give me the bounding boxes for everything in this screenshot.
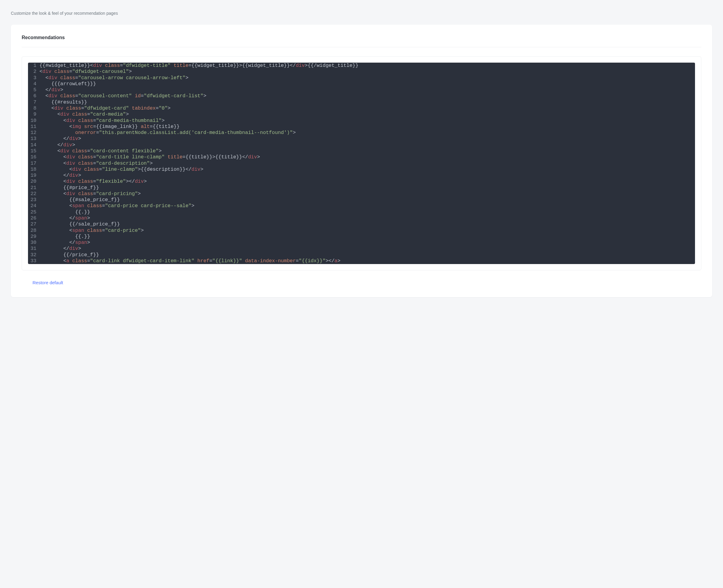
line-number: 26 [28, 215, 39, 221]
code-content[interactable]: <div class="carousel-content" id="dfwidg… [39, 93, 211, 99]
code-line[interactable]: 15 <div class="card-content flexible"> [28, 148, 695, 154]
line-number: 9 [28, 111, 39, 118]
code-line[interactable]: 26 </span> [28, 215, 695, 221]
line-number: 27 [28, 221, 39, 227]
page: Customize the look & feel of your recomm… [0, 0, 723, 314]
code-content[interactable]: {{.}} [39, 234, 94, 240]
line-number: 12 [28, 130, 39, 136]
code-line[interactable]: 14 </div> [28, 142, 695, 148]
code-content[interactable]: <div class="card-description"> [39, 161, 157, 167]
code-line[interactable]: 7 {{#results}} [28, 99, 695, 105]
code-content[interactable]: <div class="card-pricing"> [39, 191, 145, 197]
code-line[interactable]: 18 <div class="line-clamp">{{description… [28, 167, 695, 172]
line-number: 14 [28, 142, 39, 148]
code-line[interactable]: 23 {{#sale_price_f}} [28, 197, 695, 203]
code-content[interactable]: onerror="this.parentNode.classList.add('… [39, 130, 300, 136]
code-content[interactable]: <span class="card-price"> [39, 228, 148, 234]
code-content[interactable]: {{/sale_price_f}} [39, 221, 124, 227]
code-line[interactable]: 33 <a class="card-link dfwidget-card-ite… [28, 258, 695, 264]
code-line[interactable]: 11 <img src={{image_link}} alt={{title}} [28, 124, 695, 130]
code-line[interactable]: 5 </div> [28, 87, 695, 93]
code-content[interactable]: {{#widget_title}}<div class="dfwidget-ti… [39, 63, 363, 69]
code-content[interactable]: <div class="card-title line-clamp" title… [39, 154, 264, 160]
editor-wrap: 1{{#widget_title}}<div class="dfwidget-t… [22, 56, 701, 270]
code-line[interactable]: 27 {{/sale_price_f}} [28, 221, 695, 227]
code-line[interactable]: 32 {{/price_f}} [28, 252, 695, 258]
code-line[interactable]: 22 <div class="card-pricing"> [28, 191, 695, 197]
line-number: 25 [28, 209, 39, 215]
code-content[interactable]: <img src={{image_link}} alt={{title}} [39, 124, 184, 130]
code-content[interactable]: {{/price_f}} [39, 252, 103, 258]
code-content[interactable]: </div> [39, 136, 85, 142]
line-number: 23 [28, 197, 39, 203]
code-line[interactable]: 10 <div class="card-media-thumbnail"> [28, 118, 695, 124]
code-line[interactable]: 1{{#widget_title}}<div class="dfwidget-t… [28, 63, 695, 69]
code-line[interactable]: 8 <div class="dfwidget-card" tabindex="0… [28, 105, 695, 111]
code-content[interactable]: <span class="card-price card-price--sale… [39, 203, 199, 209]
code-line[interactable]: 30 </span> [28, 240, 695, 246]
code-content[interactable]: {{#price_f}} [39, 185, 103, 191]
code-line[interactable]: 28 <span class="card-price"> [28, 228, 695, 234]
code-line[interactable]: 13 </div> [28, 136, 695, 142]
line-number: 33 [28, 258, 39, 264]
page-subtitle: Customize the look & feel of your recomm… [11, 11, 712, 16]
card-title: Recommendations [22, 35, 701, 47]
line-number: 16 [28, 154, 39, 160]
code-line[interactable]: 9 <div class="card-media"> [28, 111, 695, 118]
code-content[interactable]: <div class="card-media-thumbnail"> [39, 118, 169, 124]
line-number: 18 [28, 167, 39, 172]
code-line[interactable]: 6 <div class="carousel-content" id="dfwi… [28, 93, 695, 99]
line-number: 5 [28, 87, 39, 93]
line-number: 4 [28, 81, 39, 87]
line-number: 11 [28, 124, 39, 130]
code-line[interactable]: 20 <div class="flexible"></div> [28, 178, 695, 185]
line-number: 3 [28, 75, 39, 81]
code-content[interactable]: </span> [39, 215, 94, 221]
line-number: 15 [28, 148, 39, 154]
line-number: 2 [28, 69, 39, 75]
code-line[interactable]: 16 <div class="card-title line-clamp" ti… [28, 154, 695, 160]
code-content[interactable]: </span> [39, 240, 94, 246]
code-content[interactable]: </div> [39, 172, 85, 178]
line-number: 6 [28, 93, 39, 99]
code-line[interactable]: 12 onerror="this.parentNode.classList.ad… [28, 130, 695, 136]
code-line[interactable]: 2<div class="dfwidget-carousel"> [28, 69, 695, 75]
line-number: 8 [28, 105, 39, 111]
line-number: 10 [28, 118, 39, 124]
code-line[interactable]: 29 {{.}} [28, 234, 695, 240]
code-content[interactable]: <div class="flexible"></div> [39, 178, 151, 185]
code-content[interactable]: <div class="card-media"> [39, 111, 133, 118]
code-line[interactable]: 4 {{{arrowLeft}}} [28, 81, 695, 87]
code-content[interactable]: <div class="card-content flexible"> [39, 148, 166, 154]
line-number: 7 [28, 99, 39, 105]
code-content[interactable]: <a class="card-link dfwidget-card-item-l… [39, 258, 345, 264]
line-number: 32 [28, 252, 39, 258]
code-line[interactable]: 25 {{.}} [28, 209, 695, 215]
code-line[interactable]: 19 </div> [28, 172, 695, 178]
code-line[interactable]: 21 {{#price_f}} [28, 185, 695, 191]
code-line[interactable]: 3 <div class="carousel-arrow carousel-ar… [28, 75, 695, 81]
code-editor[interactable]: 1{{#widget_title}}<div class="dfwidget-t… [28, 63, 695, 264]
code-content[interactable]: <div class="dfwidget-card" tabindex="0"> [39, 105, 175, 111]
line-number: 31 [28, 246, 39, 252]
line-number: 21 [28, 185, 39, 191]
line-number: 1 [28, 63, 39, 69]
code-line[interactable]: 31 </div> [28, 246, 695, 252]
line-number: 24 [28, 203, 39, 209]
code-content[interactable]: <div class="carousel-arrow carousel-arro… [39, 75, 193, 81]
line-number: 30 [28, 240, 39, 246]
code-content[interactable]: </div> [39, 87, 67, 93]
line-number: 29 [28, 234, 39, 240]
line-number: 20 [28, 178, 39, 185]
code-content[interactable]: </div> [39, 246, 85, 252]
code-line[interactable]: 24 <span class="card-price card-price--s… [28, 203, 695, 209]
code-content[interactable]: {{#sale_price_f}} [39, 197, 124, 203]
code-line[interactable]: 17 <div class="card-description"> [28, 161, 695, 167]
restore-default-link[interactable]: Restore default [33, 280, 63, 285]
code-content[interactable]: {{#results}} [39, 99, 91, 105]
code-content[interactable]: <div class="line-clamp">{{description}}<… [39, 167, 208, 172]
code-content[interactable]: <div class="dfwidget-carousel"> [39, 69, 136, 75]
code-content[interactable]: </div> [39, 142, 80, 148]
code-content[interactable]: {{.}} [39, 209, 94, 215]
code-content[interactable]: {{{arrowLeft}}} [39, 81, 100, 87]
